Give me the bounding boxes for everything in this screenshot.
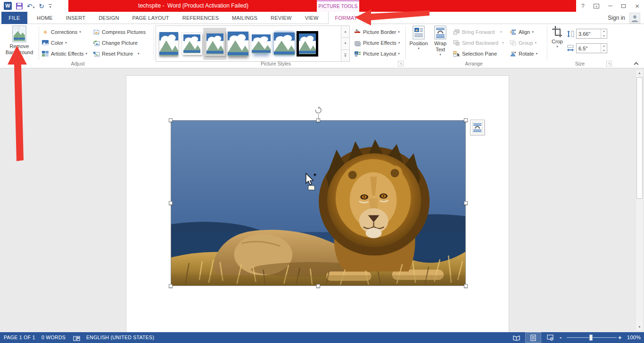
quick-access-toolbar: W ↶▾ ↻ ▾: [0, 0, 68, 12]
reset-picture-button[interactable]: Reset Picture ▾: [92, 49, 140, 58]
tab-view[interactable]: VIEW: [298, 12, 325, 24]
shape-width-input[interactable]: [577, 44, 601, 53]
size-dialog-launcher[interactable]: ↘: [606, 61, 612, 66]
page-count[interactable]: PAGE 1 OF 1: [4, 332, 35, 343]
shape-width-icon: [567, 45, 574, 52]
picture-style-soft-edge-rectangle[interactable]: [272, 28, 296, 60]
gallery-scroll-up-button[interactable]: ▲: [341, 26, 349, 38]
wrap-text-button[interactable]: Wrap Text ▾: [431, 25, 450, 62]
scrollbar-down-button[interactable]: ▼: [636, 324, 643, 330]
word-app-icon[interactable]: W: [4, 2, 12, 10]
resize-handle-bottom-left[interactable]: [169, 284, 173, 288]
scrollbar-thumb[interactable]: [636, 77, 643, 199]
print-layout-button[interactable]: [525, 332, 541, 343]
corrections-button[interactable]: ☀ Corrections ▾: [41, 27, 81, 37]
align-button[interactable]: Align ▾: [509, 27, 534, 37]
rotate-button[interactable]: Rotate ▾: [509, 49, 537, 58]
picture-style-thumbnail: [252, 34, 271, 53]
undo-button[interactable]: ↶▾: [27, 2, 34, 10]
width-spinner[interactable]: ▴ ▾: [601, 44, 607, 53]
sign-in-link[interactable]: Sign in: [608, 12, 625, 24]
spin-down-icon: ▾: [601, 34, 607, 39]
zoom-level[interactable]: 100%: [627, 332, 641, 343]
restore-button[interactable]: [617, 0, 630, 12]
picture-layout-button[interactable]: Picture Layout ▾: [354, 49, 400, 58]
shape-height-input[interactable]: [577, 29, 601, 38]
resize-handle-bottom-right[interactable]: [464, 284, 468, 288]
word-count[interactable]: 0 WORDS: [41, 332, 66, 343]
tab-format[interactable]: FORMAT: [328, 12, 364, 24]
zoom-out-button[interactable]: -: [560, 332, 562, 343]
web-layout-button[interactable]: [542, 332, 558, 343]
tab-references[interactable]: REFERENCES: [176, 12, 225, 24]
collapse-ribbon-button[interactable]: [635, 61, 638, 65]
language-status[interactable]: ENGLISH (UNITED STATES): [86, 332, 154, 343]
read-mode-button[interactable]: [508, 332, 524, 343]
undo-caret-icon[interactable]: ▾: [33, 6, 35, 9]
vertical-scrollbar[interactable]: ▲ ▼: [636, 69, 644, 331]
height-spinner[interactable]: ▴ ▾: [601, 29, 607, 38]
resize-handle-middle-right[interactable]: [464, 201, 468, 205]
tab-file[interactable]: FILE: [1, 12, 27, 24]
position-label: Position: [409, 41, 428, 47]
scrollbar-up-button[interactable]: ▲: [636, 70, 643, 76]
tab-page-layout[interactable]: PAGE LAYOUT: [126, 12, 176, 24]
picture-styles-gallery: ▲ ▼ ▼: [156, 25, 350, 62]
chevron-down-icon: ▾: [65, 41, 67, 45]
resize-handle-top-right[interactable]: [464, 118, 468, 122]
resize-handle-middle-left[interactable]: [169, 201, 173, 205]
layout-options-button[interactable]: [470, 120, 485, 135]
tab-insert[interactable]: INSERT: [59, 12, 92, 24]
zoom-slider-thumb[interactable]: [589, 335, 593, 341]
help-button[interactable]: ?: [576, 0, 590, 12]
resize-handle-top-left[interactable]: [169, 118, 173, 122]
picture-effects-button[interactable]: Picture Effects ▾: [354, 38, 400, 48]
picture-style-simple-frame-white[interactable]: [180, 28, 203, 60]
tab-home[interactable]: HOME: [30, 12, 59, 24]
compress-pictures-button[interactable]: Compress Pictures: [92, 27, 146, 37]
crop-button[interactable]: Crop ▾: [549, 25, 566, 62]
picture-style-simple-frame-black[interactable]: [296, 28, 319, 60]
redo-button[interactable]: ↻: [39, 2, 44, 10]
chevron-down-icon: ▾: [79, 30, 81, 34]
tab-design[interactable]: DESIGN: [92, 12, 125, 24]
proofing-status[interactable]: [73, 335, 80, 343]
resize-handle-bottom-center[interactable]: [316, 284, 320, 288]
color-button[interactable]: Color ▾: [41, 38, 67, 48]
tab-mailings[interactable]: MAILINGS: [225, 12, 264, 24]
gallery-more-icon: ▼: [344, 54, 347, 57]
selection-pane-button[interactable]: Selection Pane: [453, 49, 497, 58]
avatar[interactable]: [629, 13, 640, 24]
customize-qat-button[interactable]: ▾: [49, 4, 52, 8]
gallery-scroll-down-button[interactable]: ▼: [341, 38, 349, 49]
rotate-label: Rotate: [519, 51, 534, 57]
tab-review[interactable]: REVIEW: [264, 12, 298, 24]
picture-style-drop-shadow-rectangle[interactable]: [157, 28, 180, 60]
layout-options-icon: [472, 122, 483, 133]
zoom-in-button[interactable]: +: [618, 332, 622, 343]
rotate-arrow-icon: [314, 106, 322, 114]
picture-style-metal-frame[interactable]: [203, 28, 226, 60]
dialog-launcher-icon: ↘: [608, 61, 611, 65]
proofing-error-icon: [73, 335, 80, 342]
lion-picture[interactable]: [171, 120, 466, 286]
save-icon[interactable]: [16, 3, 23, 9]
close-button[interactable]: ×: [630, 0, 644, 12]
change-picture-button[interactable]: Change Picture: [92, 38, 138, 48]
rotation-handle[interactable]: [314, 106, 322, 114]
gallery-more-button[interactable]: ▼: [341, 50, 349, 61]
minimize-button[interactable]: [603, 0, 617, 12]
remove-background-button[interactable]: Remove Background: [1, 25, 38, 62]
picture-style-shadow-rectangle[interactable]: [226, 28, 249, 60]
picture-style-reflected-rectangle[interactable]: [249, 28, 272, 60]
picture-border-button[interactable]: ✎ Picture Border ▾: [354, 27, 400, 37]
chevron-down-icon: ▾: [138, 52, 140, 56]
picture-styles-dialog-launcher[interactable]: ↘: [398, 61, 404, 66]
chevron-down-icon: ▾: [398, 41, 400, 45]
position-button[interactable]: Position ▾: [408, 25, 429, 62]
status-bar: PAGE 1 OF 1 0 WORDS ENGLISH (UNITED STAT…: [0, 332, 644, 343]
ribbon-display-options-button[interactable]: ▲: [590, 0, 603, 12]
chevron-down-icon: ▾: [502, 41, 504, 45]
window-controls: ? ▲ ×: [576, 0, 644, 12]
artistic-effects-button[interactable]: Artistic Effects ▾: [41, 49, 87, 58]
